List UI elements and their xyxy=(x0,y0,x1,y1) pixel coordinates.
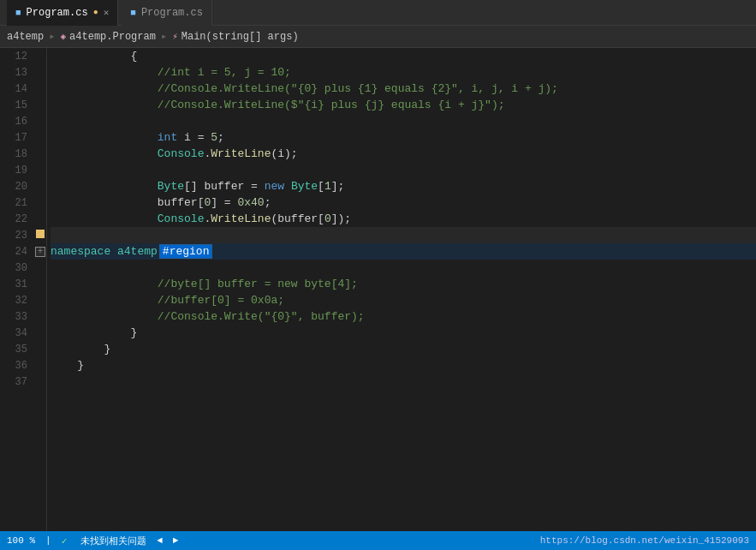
code-line: Byte[] buffer = new Byte[1]; xyxy=(51,178,756,194)
code-token: { xyxy=(51,50,137,63)
code-token: //byte[] buffer = new byte[4]; xyxy=(51,278,358,290)
code-line xyxy=(51,374,756,390)
code-token: //Console.WriteLine($"{i} plus {j} equal… xyxy=(51,99,505,111)
gutter-row: 15 xyxy=(0,97,46,113)
code-line xyxy=(51,113,756,129)
gutter-row: 21 xyxy=(0,194,46,211)
collapse-icon[interactable]: + xyxy=(35,247,45,257)
code-token: [] buffer = xyxy=(184,180,265,193)
nav-back[interactable]: ◄ xyxy=(157,535,163,546)
nav-forward[interactable]: ► xyxy=(173,535,179,546)
breakpoint-indicator xyxy=(36,230,45,238)
tab-close-button[interactable]: ✕ xyxy=(104,7,110,18)
breadcrumb-class-label: a4temp.Program xyxy=(69,31,156,43)
code-token: 0 xyxy=(204,196,211,209)
code-token: . xyxy=(204,212,211,225)
code-token: 0x40 xyxy=(237,196,264,209)
line-number: 12 xyxy=(0,51,34,63)
line-number: 21 xyxy=(0,197,34,209)
status-divider: | xyxy=(45,535,51,546)
gutter-row: 35 xyxy=(0,341,46,357)
method-icon: ⚡ xyxy=(172,31,178,42)
breadcrumb-method-label: Main(string[] args) xyxy=(182,31,299,43)
code-line xyxy=(51,162,756,178)
line-number: 18 xyxy=(0,148,34,160)
code-line: } xyxy=(51,325,756,341)
gutter-row: 32 xyxy=(0,292,46,308)
code-line: { xyxy=(51,48,756,64)
cs-file-icon: ■ xyxy=(15,8,21,18)
breadcrumb-project[interactable]: a4temp xyxy=(7,31,44,43)
code-line: //int i = 5, j = 10; xyxy=(51,64,756,81)
cs-file-icon-2: ■ xyxy=(130,8,136,18)
code-token: 1 xyxy=(324,180,331,193)
code-line: //buffer[0] = 0x0a; xyxy=(51,292,756,308)
line-number: 16 xyxy=(0,116,34,128)
code-line: //Console.WriteLine("{0} plus {1} equals… xyxy=(51,81,756,97)
tab-program-cs-inactive[interactable]: ■ Program.cs xyxy=(122,0,212,26)
gutter-row: 30 xyxy=(0,260,46,276)
code-line: namespace a4temp#region xyxy=(51,243,756,260)
line-number: 23 xyxy=(0,230,34,242)
editor-area: 12131415161718192021222324+3031323334353… xyxy=(0,48,756,531)
line-number: 35 xyxy=(0,344,34,356)
gutter-row: 13 xyxy=(0,64,46,81)
tab-label-active: Program.cs xyxy=(27,7,88,19)
tab-modified-dot: ● xyxy=(93,8,98,17)
zoom-level[interactable]: 100 % xyxy=(7,535,35,546)
code-token: WriteLine xyxy=(211,147,271,160)
code-token: (i); xyxy=(271,147,297,160)
line-number: 34 xyxy=(0,327,34,339)
code-token: } xyxy=(51,359,84,372)
gutter-row: 16 xyxy=(0,113,46,129)
code-token: //Console.Write("{0}", buffer); xyxy=(51,310,365,323)
gutter-row: 31 xyxy=(0,276,46,292)
code-content[interactable]: { //int i = 5, j = 10; //Console.WriteLi… xyxy=(47,48,756,531)
line-number: 36 xyxy=(0,360,34,372)
status-right: https://blog.csdn.net/weixin_41529093 xyxy=(540,535,749,546)
region-label[interactable]: #region xyxy=(159,244,213,259)
line-number: 31 xyxy=(0,278,34,290)
code-token: Byte xyxy=(291,180,318,193)
code-line: //Console.Write("{0}", buffer); xyxy=(51,308,756,325)
gutter-row: 12 xyxy=(0,48,46,64)
tab-program-cs-active[interactable]: ■ Program.cs ● ✕ xyxy=(7,0,118,26)
status-left: 100 % | ✓ 未找到相关问题 ◄ ► xyxy=(7,535,178,547)
line-number: 19 xyxy=(0,164,34,176)
breadcrumb-class[interactable]: ◈ a4temp.Program xyxy=(60,31,155,43)
line-number: 37 xyxy=(0,376,34,388)
code-token: ]; xyxy=(331,180,345,193)
code-token: int xyxy=(51,131,177,144)
blog-url[interactable]: https://blog.csdn.net/weixin_41529093 xyxy=(540,535,749,546)
code-line: //Console.WriteLine($"{i} plus {j} equal… xyxy=(51,97,756,113)
breadcrumb-project-label: a4temp xyxy=(7,31,44,43)
code-token: Console xyxy=(51,147,204,160)
gutter-row: 17 xyxy=(0,129,46,146)
code-token: i = xyxy=(177,131,211,144)
tab-label-inactive: Program.cs xyxy=(141,7,203,19)
gutter-row: 33 xyxy=(0,308,46,325)
code-token xyxy=(284,180,291,193)
code-line: buffer[0] = 0x40; xyxy=(51,194,756,211)
code-line: int i = 5; xyxy=(51,129,756,146)
code-token: ; xyxy=(265,196,271,209)
breadcrumb-sep-2: ▸ xyxy=(161,30,167,43)
collapsed-namespace: namespace a4temp xyxy=(51,245,158,258)
gutter-row: 24+ xyxy=(0,243,46,260)
code-line xyxy=(51,260,756,276)
line-number: 15 xyxy=(0,99,34,111)
code-token: Byte xyxy=(51,180,184,193)
line-number: 14 xyxy=(0,83,34,95)
line-number: 24 xyxy=(0,246,34,258)
gutter-row: 18 xyxy=(0,146,46,162)
gutter-row: 20 xyxy=(0,178,46,194)
code-line: } xyxy=(51,357,756,374)
code-token: buffer[ xyxy=(51,196,204,209)
line-number: 32 xyxy=(0,295,34,307)
line-number: 33 xyxy=(0,311,34,323)
code-token: 0 xyxy=(324,212,331,225)
breadcrumb-method[interactable]: ⚡ Main(string[] args) xyxy=(172,31,298,43)
error-check-icon: ✓ xyxy=(62,535,68,547)
code-token: Console xyxy=(51,212,204,225)
code-token: ]); xyxy=(331,212,351,225)
